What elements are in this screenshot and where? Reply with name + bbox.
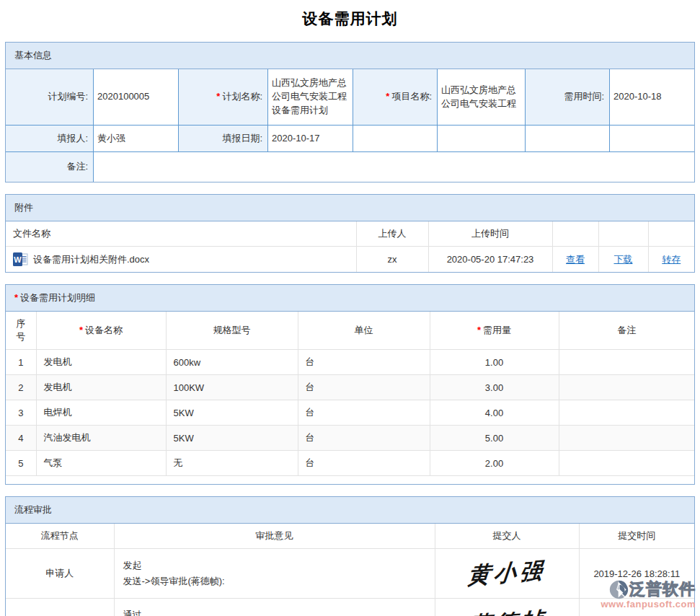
project-name-value: 山西弘文房地产总公司电气安装工程 bbox=[438, 69, 525, 125]
seq: 2 bbox=[6, 375, 36, 400]
remark bbox=[559, 451, 694, 476]
empty-cell bbox=[353, 126, 437, 151]
col-opinion: 审批意见 bbox=[114, 524, 435, 549]
reporter-label: 填报人: bbox=[6, 126, 93, 151]
plan-no-value: 2020100005 bbox=[94, 69, 178, 125]
approval-section: 流程审批 流程节点 审批意见 提交人 提交时间 申请人 发起 发送->领导审批(… bbox=[5, 496, 695, 616]
remark bbox=[559, 426, 694, 451]
detail-row: 2 发电机 100KW 台 3.00 bbox=[6, 375, 694, 400]
seq: 4 bbox=[6, 426, 36, 451]
remark bbox=[559, 400, 694, 426]
col-device-name: *设备名称 bbox=[36, 312, 166, 350]
remark bbox=[559, 350, 694, 375]
detail-row: 3 电焊机 5KW 台 4.00 bbox=[6, 400, 694, 426]
col-upload-time: 上传时间 bbox=[428, 221, 552, 247]
col-submitter: 提交人 bbox=[435, 524, 579, 549]
col-uploader: 上传人 bbox=[356, 221, 428, 247]
qty: 5.00 bbox=[430, 426, 559, 451]
col-action-empty bbox=[552, 221, 598, 247]
save-as-link[interactable]: 转存 bbox=[662, 254, 681, 265]
file-name[interactable]: 设备需用计划相关附件.docx bbox=[33, 253, 149, 266]
device-name: 电焊机 bbox=[36, 400, 166, 426]
word-file-icon: W bbox=[13, 252, 28, 266]
empty-cell bbox=[438, 126, 525, 151]
qty: 2.00 bbox=[430, 451, 559, 476]
unit: 台 bbox=[298, 426, 430, 451]
submitter-signature: 黄小强 bbox=[435, 549, 579, 599]
col-action-empty bbox=[648, 221, 694, 247]
need-time-value: 2020-10-18 bbox=[610, 69, 694, 125]
col-submit-time: 提交时间 bbox=[579, 524, 694, 549]
opinion-line1: 通过 bbox=[123, 607, 426, 616]
approval-row: 领导审批 通过 流程结束->领导审批(蒋德帧): 蒋德帧 2019-12-27 … bbox=[6, 599, 694, 616]
attachment-row: W 设备需用计划相关附件.docx zx 2020-05-20 17:47:23… bbox=[6, 247, 694, 273]
col-file-name: 文件名称 bbox=[6, 221, 356, 247]
basic-info-section: 基本信息 计划编号: 2020100005 *计划名称: 山西弘文房地产总公司电… bbox=[5, 42, 695, 182]
details-bottom-padding bbox=[6, 476, 694, 484]
plan-name-label: *计划名称: bbox=[179, 69, 267, 125]
seq: 3 bbox=[6, 400, 36, 426]
page-title: 设备需用计划 bbox=[0, 0, 700, 42]
unit: 台 bbox=[298, 350, 430, 375]
empty-cell bbox=[610, 126, 694, 151]
required-marker: * bbox=[216, 90, 220, 104]
submit-time: 2019-12-26 18:28:11 bbox=[579, 549, 694, 599]
qty: 4.00 bbox=[430, 400, 559, 426]
approval-header: 流程审批 bbox=[6, 497, 694, 524]
qty: 1.00 bbox=[430, 350, 559, 375]
seq: 5 bbox=[6, 451, 36, 476]
spec-model: 100KW bbox=[166, 375, 298, 400]
report-date-value: 2020-10-17 bbox=[268, 126, 353, 151]
spec-model: 5KW bbox=[166, 400, 298, 426]
detail-row: 5 气泵 无 台 2.00 bbox=[6, 451, 694, 476]
plan-name-value: 山西弘文房地产总公司电气安装工程设备需用计划 bbox=[268, 69, 353, 125]
required-marker: * bbox=[79, 325, 83, 335]
required-marker: * bbox=[386, 90, 389, 104]
remark-label: 备注: bbox=[6, 152, 93, 182]
plan-no-label: 计划编号: bbox=[6, 69, 93, 125]
submitter-signature: 蒋德帧 bbox=[435, 599, 579, 616]
col-spec-model: 规格型号 bbox=[166, 312, 298, 350]
unit: 台 bbox=[298, 400, 430, 426]
spec-model: 600kw bbox=[166, 350, 298, 375]
details-table: 序号 *设备名称 规格型号 单位 *需用量 备注 1 发电机 600kw 台 1… bbox=[6, 312, 694, 476]
opinion: 通过 流程结束->领导审批(蒋德帧): bbox=[114, 599, 435, 616]
details-header: *设备需用计划明细 bbox=[6, 285, 694, 312]
svg-text:W: W bbox=[14, 255, 22, 264]
attachments-header: 附件 bbox=[6, 195, 694, 221]
download-link[interactable]: 下载 bbox=[614, 254, 633, 265]
device-name: 发电机 bbox=[36, 375, 166, 400]
node: 申请人 bbox=[6, 549, 114, 599]
report-date-label: 填报日期: bbox=[179, 126, 267, 151]
unit: 台 bbox=[298, 375, 430, 400]
opinion-line1: 发起 bbox=[123, 558, 426, 573]
col-node: 流程节点 bbox=[6, 524, 114, 549]
col-action-empty bbox=[598, 221, 648, 247]
col-seq: 序号 bbox=[6, 312, 36, 350]
remark-value bbox=[94, 152, 694, 182]
spec-model: 无 bbox=[166, 451, 298, 476]
empty-cell bbox=[526, 126, 609, 151]
required-marker: * bbox=[477, 325, 481, 335]
required-marker: * bbox=[14, 292, 18, 303]
approval-row: 申请人 发起 发送->领导审批(蒋德帧): 黄小强 2019-12-26 18:… bbox=[6, 549, 694, 599]
col-qty: *需用量 bbox=[430, 312, 559, 350]
details-section: *设备需用计划明细 序号 *设备名称 规格型号 单位 *需用量 备注 1 发电机… bbox=[5, 284, 695, 485]
seq: 1 bbox=[6, 350, 36, 375]
file-cell: W 设备需用计划相关附件.docx bbox=[13, 252, 349, 266]
remark bbox=[559, 375, 694, 400]
col-unit: 单位 bbox=[298, 312, 430, 350]
view-link[interactable]: 查看 bbox=[566, 254, 585, 265]
device-name: 发电机 bbox=[36, 350, 166, 375]
opinion: 发起 发送->领导审批(蒋德帧): bbox=[114, 549, 435, 599]
qty: 3.00 bbox=[430, 375, 559, 400]
attachments-section: 附件 文件名称 上传人 上传时间 bbox=[5, 194, 695, 273]
uploader-value: zx bbox=[356, 247, 428, 273]
project-name-label: *项目名称: bbox=[353, 69, 437, 125]
attachments-table: 文件名称 上传人 上传时间 W bbox=[6, 221, 694, 272]
opinion-line2: 发送->领导审批(蒋德帧): bbox=[123, 573, 426, 589]
device-name: 汽油发电机 bbox=[36, 426, 166, 451]
need-time-label: 需用时间: bbox=[526, 69, 609, 125]
unit: 台 bbox=[298, 451, 430, 476]
basic-info-grid: 计划编号: 2020100005 *计划名称: 山西弘文房地产总公司电气安装工程… bbox=[6, 69, 694, 182]
